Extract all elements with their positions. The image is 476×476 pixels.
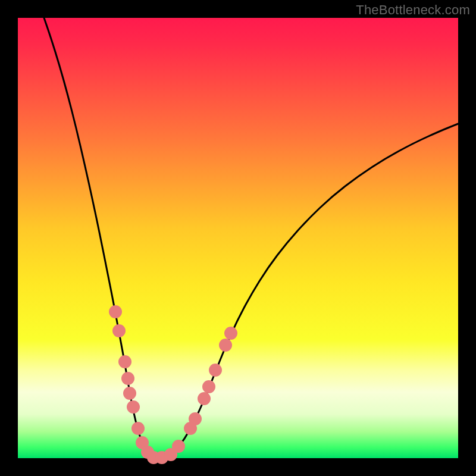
data-point-right-4 — [202, 380, 215, 393]
data-point-right-6 — [219, 339, 232, 352]
bottleneck-chart — [0, 0, 476, 476]
data-point-right-0 — [172, 440, 185, 453]
data-point-right-2 — [189, 412, 202, 425]
data-point-left-2 — [118, 355, 131, 368]
plot-background — [18, 18, 458, 458]
data-point-left-1 — [112, 324, 126, 337]
data-point-left-6 — [131, 422, 145, 435]
chart-outer-frame: TheBottleneck.com — [0, 0, 476, 476]
data-point-left-5 — [127, 400, 140, 414]
data-point-right-5 — [209, 364, 222, 377]
watermark-text: TheBottleneck.com — [356, 2, 470, 18]
data-point-right-7 — [224, 327, 237, 340]
data-point-left-3 — [121, 372, 134, 385]
data-point-left-4 — [123, 387, 136, 400]
data-point-right-3 — [198, 392, 211, 405]
data-point-left-0 — [109, 305, 122, 318]
